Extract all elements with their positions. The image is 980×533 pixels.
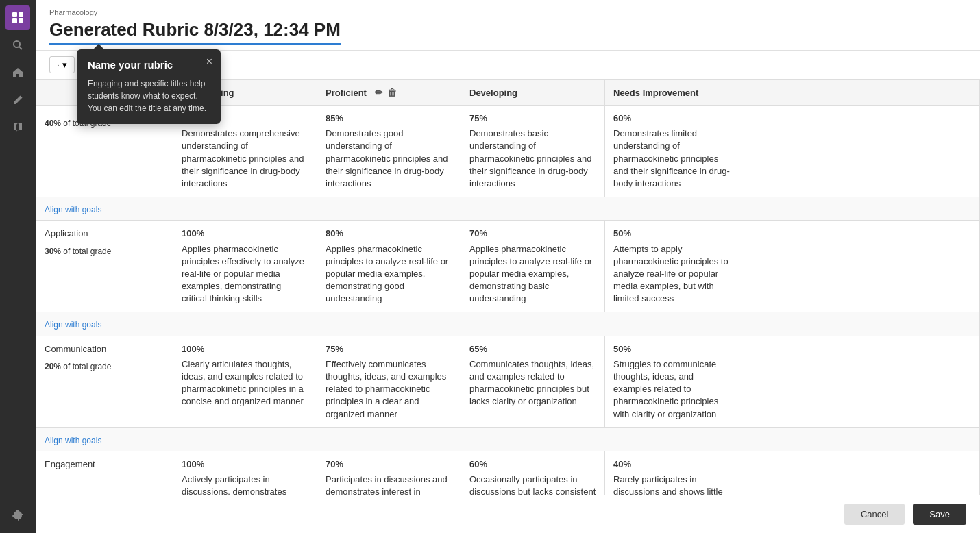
criterion-cell: Communication20% of total grade [36,336,173,427]
table-wrapper[interactable]: Outstanding Proficient ✏ 🗑 Developing Ne… [36,79,980,495]
grade-pct: 60% [613,112,733,125]
sidebar-icon-book[interactable] [5,115,30,140]
header: Pharmacology Generated Rubric 8/3/23, 12… [36,0,980,51]
extra-cell [742,106,980,197]
grade-cell: 75%Effectively communicates thoughts, id… [317,336,461,427]
save-button[interactable]: Save [913,504,966,525]
sidebar [0,0,36,533]
table-row: Communication20% of total grade100%Clear… [36,336,980,427]
main-content: Pharmacology Generated Rubric 8/3/23, 12… [36,0,980,533]
th-extra [742,80,980,106]
total-grade: 30% of total grade [45,246,164,258]
grade-pct: 75% [326,343,452,356]
align-row: Align with goals [36,427,980,451]
criterion-name: Application [45,227,164,240]
grade-text: Occasionally participates in discussions… [469,473,596,495]
grade-cell: 80%Applies pharmacokinetic principles to… [317,221,461,312]
grade-cell: 100%Applies pharmacokinetic principles e… [173,221,317,312]
svg-point-4 [14,41,20,47]
total-grade: 20% of total grade [45,361,164,373]
align-cell: Align with goals [36,197,980,221]
grade-pct: 40% [613,458,733,471]
th-proficient-actions: ✏ 🗑 [375,87,397,98]
criterion-name: Communication [45,343,164,356]
grade-text: Applies pharmacokinetic principles to an… [469,243,596,306]
grade-text: Clearly articulates thoughts, ideas, and… [182,358,308,408]
tooltip-close-button[interactable]: × [206,56,212,67]
grade-cell: 60%Occasionally participates in discussi… [461,451,605,495]
grade-pct: 75% [469,112,596,125]
grade-cell: 100%Actively participates in discussions… [173,451,317,495]
tooltip-body: Engaging and specific titles help studen… [88,77,210,114]
grade-pct: 100% [182,227,308,240]
dropdown-label: · [57,60,60,70]
rubric-table: Outstanding Proficient ✏ 🗑 Developing Ne… [36,79,980,495]
grade-cell: 75%Demonstrates basic understanding of p… [461,106,605,197]
grade-text: Demonstrates good understanding of pharm… [326,127,452,190]
criterion-cell: Application30% of total grade [36,221,173,312]
grade-cell: 100%Clearly articulates thoughts, ideas,… [173,336,317,427]
sidebar-icon-settings[interactable] [5,503,30,528]
th-developing-label: Developing [469,88,517,98]
rubric-title[interactable]: Generated Rubric 8/3/23, 12:34 PM [49,19,341,45]
align-with-goals-link[interactable]: Align with goals [45,319,101,331]
breadcrumb: Pharmacology [49,8,966,16]
grade-cell: 85%Demonstrates good understanding of ph… [317,106,461,197]
th-proficient-label: Proficient [326,88,367,98]
grade-pct: 100% [182,343,308,356]
grade-cell: 50%Struggles to communicate thoughts, id… [605,336,742,427]
sidebar-icon-home[interactable] [5,60,30,85]
grade-cell: 65%Communicates thoughts, ideas, and exa… [461,336,605,427]
align-cell: Align with goals [36,312,980,336]
svg-rect-2 [12,18,17,23]
sidebar-icon-search[interactable] [5,33,30,58]
grade-pct: 80% [326,227,452,240]
grade-text: Actively participates in discussions, de… [182,473,308,495]
grade-cell: 70%Participates in discussions and demon… [317,451,461,495]
grade-pct: 65% [469,343,596,356]
grade-text: Demonstrates comprehensive understanding… [182,127,308,190]
align-with-goals-link[interactable]: Align with goals [45,204,101,216]
extra-cell [742,221,980,312]
extra-cell [742,451,980,495]
grade-text: Demonstrates basic understanding of phar… [469,127,596,190]
svg-rect-3 [19,18,23,23]
grade-text: Struggles to communicate thoughts, ideas… [613,358,733,421]
th-needs-improvement-label: Needs Improvement [613,88,698,98]
svg-line-5 [20,47,23,50]
grade-text: Rarely participates in discussions and s… [613,473,733,495]
grade-text: Applies pharmacokinetic principles to an… [326,243,452,306]
chevron-down-icon: ▾ [62,60,67,70]
edit-icon[interactable]: ✏ [375,87,383,98]
align-cell: Align with goals [36,427,980,451]
grade-text: Participates in discussions and demonstr… [326,473,452,495]
grade-cell: 40%Rarely participates in discussions an… [605,451,742,495]
table-row: Engagement100%Actively participates in d… [36,451,980,495]
sidebar-icon-pencil[interactable] [5,88,30,112]
sidebar-icon-grid[interactable] [5,5,30,30]
criterion-name: Engagement [45,458,164,471]
delete-icon[interactable]: 🗑 [387,87,397,98]
grade-text: Communicates thoughts, ideas, and exampl… [469,358,596,408]
cancel-button[interactable]: Cancel [844,504,905,525]
grade-pct: 100% [182,458,308,471]
grade-pct: 70% [469,227,596,240]
tooltip-title: Name your rubric [88,59,210,71]
grade-pct: 50% [613,227,733,240]
svg-rect-0 [12,12,17,17]
dropdown-button[interactable]: · ▾ [49,56,75,73]
table-row: Application30% of total grade100%Applies… [36,221,980,312]
align-row: Align with goals [36,312,980,336]
th-proficient: Proficient ✏ 🗑 [317,80,461,106]
grade-text: Attempts to apply pharmacokinetic princi… [613,243,733,306]
th-needs-improvement: Needs Improvement [605,80,742,106]
tooltip-popup: × Name your rubric Engaging and specific… [77,49,221,124]
grade-text: Applies pharmacokinetic principles effec… [182,243,308,306]
align-with-goals-link[interactable]: Align with goals [45,435,101,447]
extra-cell [742,336,980,427]
grade-text: Demonstrates limited understanding of ph… [613,127,733,190]
grade-pct: 85% [326,112,452,125]
grade-pct: 60% [469,458,596,471]
align-row: Align with goals [36,197,980,221]
grade-text: Effectively communicates thoughts, ideas… [326,358,452,421]
